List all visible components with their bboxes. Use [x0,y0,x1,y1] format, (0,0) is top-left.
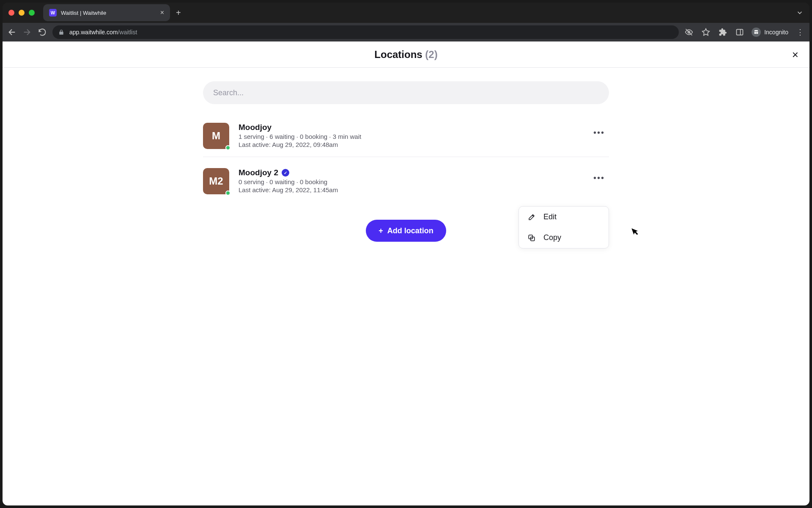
search-input[interactable] [203,81,609,104]
lock-icon [58,29,64,35]
extensions-icon[interactable] [718,27,728,37]
menu-item-copy[interactable]: Copy [519,227,609,248]
divider [203,157,609,157]
context-menu: Edit Copy [518,206,609,248]
svg-point-8 [756,32,758,34]
incognito-indicator[interactable]: Incognito [752,28,788,37]
plus-icon: + [379,226,383,235]
tab-title: Waitlist | Waitwhile [61,10,156,16]
tab-favicon: W [49,9,57,17]
browser-toolbar: app.waitwhile.com/waitlist Incognito [3,23,809,41]
location-stats: 1 serving · 6 waiting · 0 booking · 3 mi… [239,133,589,140]
location-name: Moodjoy [239,123,589,132]
more-menu-button[interactable]: ••• [589,171,609,185]
browser-titlebar: W Waitlist | Waitwhile × + [3,3,809,23]
reload-button[interactable] [37,27,47,37]
url-bar[interactable]: app.waitwhile.com/waitlist [52,25,679,39]
verified-badge-icon: ✓ [282,169,289,177]
svg-rect-5 [737,29,743,35]
close-button[interactable]: × [792,48,798,61]
window-controls [8,10,35,16]
window-close-button[interactable] [8,10,14,16]
browser-tab[interactable]: W Waitlist | Waitwhile × [43,4,170,21]
app-header: Locations (2) × [3,41,809,68]
window-zoom-button[interactable] [29,10,35,16]
back-button[interactable] [7,27,17,37]
location-name: Moodjoy 2 ✓ [239,168,589,177]
copy-icon [527,234,536,242]
browser-menu-button[interactable]: ⋮ [795,27,805,37]
pencil-icon [527,213,536,221]
status-dot-icon [225,190,230,196]
tracking-icon[interactable] [684,27,694,37]
status-dot-icon [225,145,230,150]
svg-marker-4 [702,29,710,36]
incognito-icon [752,28,761,37]
menu-item-edit[interactable]: Edit [519,207,609,227]
cursor-icon [631,226,641,236]
location-avatar: M [203,123,229,149]
more-menu-button[interactable]: ••• [589,125,609,140]
panel-icon[interactable] [735,27,745,37]
svg-point-7 [754,32,757,34]
location-row[interactable]: M2 Moodjoy 2 ✓ 0 serving · 0 waiting · 0… [203,168,609,202]
bookmark-star-icon[interactable] [701,27,711,37]
url-text: app.waitwhile.com/waitlist [69,29,137,36]
app-content: Locations (2) × M Moodjoy [3,41,809,505]
window-minimize-button[interactable] [19,10,25,16]
add-location-button[interactable]: + Add location [366,220,446,242]
new-tab-button[interactable]: + [176,8,181,18]
location-row[interactable]: M Moodjoy 1 serving · 6 waiting · 0 book… [203,123,609,157]
location-last-active: Last active: Aug 29, 2022, 09:48am [239,141,589,148]
tab-close-button[interactable]: × [160,9,164,17]
location-avatar: M2 [203,168,229,194]
page-title: Locations (2) [374,49,437,61]
location-stats: 0 serving · 0 waiting · 0 booking [239,178,589,185]
location-last-active: Last active: Aug 29, 2022, 11:45am [239,186,589,193]
locations-list: M Moodjoy 1 serving · 6 waiting · 0 book… [203,123,609,202]
tabs-dropdown-button[interactable] [796,9,804,17]
forward-button[interactable] [22,27,32,37]
